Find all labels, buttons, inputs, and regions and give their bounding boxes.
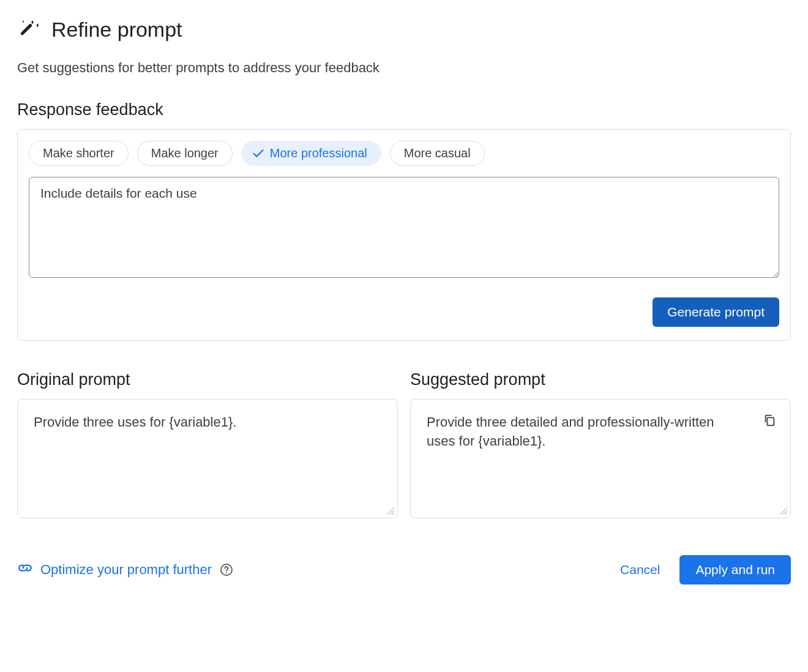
check-icon bbox=[252, 147, 265, 160]
feedback-card: Make shorter Make longer More profession… bbox=[17, 129, 791, 341]
page-subtitle: Get suggestions for better prompts to ad… bbox=[17, 60, 791, 76]
svg-point-3 bbox=[226, 572, 227, 573]
magic-wand-icon bbox=[17, 17, 42, 42]
suggested-prompt-box[interactable]: Provide three detailed and professionall… bbox=[410, 399, 791, 518]
footer-left: Optimize your prompt further bbox=[17, 560, 234, 580]
chip-label: Make shorter bbox=[43, 146, 114, 160]
feedback-chips: Make shorter Make longer More profession… bbox=[29, 141, 779, 166]
cancel-button[interactable]: Cancel bbox=[609, 555, 671, 584]
optimize-further-link[interactable]: Optimize your prompt further bbox=[40, 562, 212, 578]
chip-more-professional[interactable]: More professional bbox=[241, 141, 381, 166]
chip-label: More professional bbox=[270, 146, 367, 160]
prompts-grid: Original prompt Provide three uses for {… bbox=[17, 370, 791, 518]
chip-label: More casual bbox=[404, 146, 471, 160]
feedback-textarea[interactable] bbox=[29, 177, 779, 278]
svg-rect-1 bbox=[767, 417, 774, 425]
original-prompt-box[interactable]: Provide three uses for {variable1}. bbox=[17, 399, 398, 518]
refine-prompt-dialog: Refine prompt Get suggestions for better… bbox=[0, 0, 808, 597]
help-icon[interactable] bbox=[219, 562, 234, 577]
chip-make-longer[interactable]: Make longer bbox=[137, 141, 233, 166]
resize-handle-icon bbox=[780, 507, 788, 516]
resize-handle-icon bbox=[387, 507, 395, 516]
copy-button[interactable] bbox=[761, 412, 778, 429]
footer-row: Optimize your prompt further Cancel Appl… bbox=[17, 555, 791, 584]
generate-prompt-button[interactable]: Generate prompt bbox=[653, 297, 779, 327]
suggested-prompt-column: Suggested prompt Provide three detailed … bbox=[410, 370, 791, 518]
suggested-prompt-heading: Suggested prompt bbox=[410, 370, 791, 389]
original-prompt-column: Original prompt Provide three uses for {… bbox=[17, 370, 398, 518]
chip-more-casual[interactable]: More casual bbox=[390, 141, 485, 166]
feedback-heading: Response feedback bbox=[17, 100, 791, 119]
title-row: Refine prompt bbox=[17, 17, 791, 42]
original-prompt-heading: Original prompt bbox=[17, 370, 398, 389]
link-icon bbox=[17, 560, 33, 580]
original-prompt-text: Provide three uses for {variable1}. bbox=[34, 414, 236, 430]
apply-and-run-button[interactable]: Apply and run bbox=[679, 555, 791, 584]
copy-icon bbox=[763, 413, 776, 428]
chip-make-shorter[interactable]: Make shorter bbox=[29, 141, 129, 166]
svg-rect-0 bbox=[20, 23, 32, 35]
generate-row: Generate prompt bbox=[29, 297, 779, 327]
suggested-prompt-text: Provide three detailed and professionall… bbox=[427, 413, 774, 451]
page-title: Refine prompt bbox=[51, 18, 182, 42]
chip-label: Make longer bbox=[151, 146, 219, 160]
